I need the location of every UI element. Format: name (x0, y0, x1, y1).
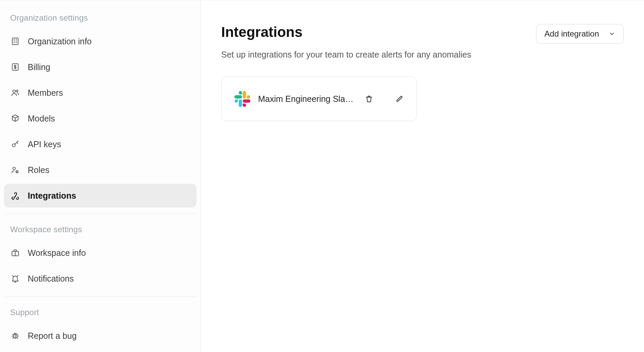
integration-name: Maxim Engineering Slack ... (258, 94, 355, 104)
key-icon (10, 139, 20, 149)
cube-icon (10, 113, 20, 124)
section-heading-organization: Organization settings (4, 8, 197, 29)
sidebar-item-billing[interactable]: Billing (4, 55, 197, 79)
integration-card: Maxim Engineering Slack ... (221, 76, 417, 121)
sidebar-item-label: Roles (28, 165, 49, 175)
sidebar-item-members[interactable]: Members (4, 81, 197, 105)
add-integration-button[interactable]: Add integration (536, 24, 624, 44)
svg-point-11 (13, 167, 16, 170)
section-heading-workspace: Workspace settings (4, 220, 197, 241)
sidebar-item-organization-info[interactable]: Organization info (4, 29, 197, 53)
slack-icon (234, 90, 251, 107)
briefcase-icon (10, 248, 20, 258)
sidebar-item-label: Members (28, 88, 63, 98)
sidebar-item-label: Billing (28, 62, 50, 72)
main-content: Integrations Add integration Set up inte… (201, 0, 644, 352)
sidebar-item-label: Models (28, 114, 55, 124)
svg-line-15 (12, 276, 14, 277)
sidebar-item-report-bug[interactable]: Report a bug (4, 324, 197, 348)
building-icon (10, 36, 20, 46)
page-title: Integrations (221, 24, 302, 40)
bug-icon (10, 331, 20, 341)
settings-sidebar: Organization settings Organization info … (0, 0, 201, 352)
sidebar-item-label: Workspace info (28, 248, 86, 258)
edit-integration-button[interactable] (395, 94, 404, 104)
bell-icon (10, 273, 20, 284)
divider (5, 214, 195, 214)
delete-integration-button[interactable] (364, 94, 374, 104)
sidebar-item-label: Report a bug (28, 331, 77, 341)
sidebar-item-label: API keys (28, 139, 61, 149)
sidebar-item-models[interactable]: Models (4, 107, 197, 130)
chevron-down-icon (608, 30, 615, 37)
svg-line-16 (17, 276, 18, 277)
page-subtitle: Set up integrations for your team to cre… (221, 50, 559, 60)
sidebar-item-api-keys[interactable]: API keys (4, 132, 197, 156)
users-icon (10, 88, 20, 98)
sidebar-item-label: Integrations (28, 191, 76, 201)
svg-rect-0 (12, 38, 18, 45)
sidebar-item-workspace-info[interactable]: Workspace info (4, 241, 197, 265)
add-integration-label: Add integration (545, 29, 599, 39)
sidebar-item-roles[interactable]: Roles (4, 158, 197, 182)
sidebar-item-label: Notifications (28, 274, 74, 284)
user-gear-icon (10, 165, 20, 175)
sidebar-item-label: Organization info (28, 37, 92, 46)
svg-point-9 (16, 90, 18, 92)
webhook-icon (10, 191, 20, 201)
svg-point-8 (13, 90, 16, 93)
divider (5, 296, 195, 297)
sidebar-item-integrations[interactable]: Integrations (4, 184, 197, 207)
sidebar-item-notifications[interactable]: Notifications (4, 267, 197, 290)
dollar-receipt-icon (10, 62, 20, 72)
section-heading-support: Support (4, 303, 197, 324)
